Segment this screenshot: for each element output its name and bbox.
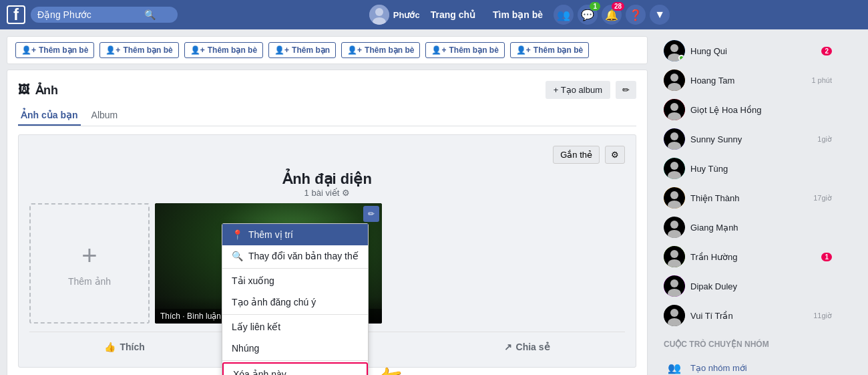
chat-name-9: Vui Tí Trần <box>690 311 808 321</box>
add-friend-btn-1[interactable]: 👤+ Thêm bạn bè <box>15 42 94 58</box>
ctx-get-link[interactable]: Lấy liên kết <box>222 316 368 338</box>
chat-avatar-3 <box>664 128 685 150</box>
help-icon-btn[interactable]: ❓ <box>626 5 646 25</box>
like-action-btn[interactable]: 👍 Thích <box>93 338 155 356</box>
chat-item-4[interactable]: Huy Tùng <box>661 154 835 183</box>
svg-point-10 <box>670 74 678 82</box>
svg-point-7 <box>670 44 678 52</box>
chat-item-8[interactable]: Dipak Duley <box>661 271 835 301</box>
nav-user[interactable]: Phước <box>369 5 420 25</box>
add-friend-icon-1: 👤+ <box>21 45 36 55</box>
chat-meta-5: 17giờ <box>813 194 832 203</box>
svg-point-28 <box>670 250 678 258</box>
ctx-download[interactable]: Tải xuống <box>222 270 368 291</box>
add-photo-plus-icon: + <box>81 241 97 271</box>
chat-name-1: Hoang Tam <box>690 76 806 86</box>
album-area: Gắn thẻ ⚙ Ảnh đại diện 1 bài viết ⚙ + Th… <box>18 134 636 368</box>
chat-avatar-1 <box>664 70 685 91</box>
photo-item: ✏ Thích · Bình luận 📍 Thêm vị trí 🔍 <box>155 203 382 324</box>
photo-edit-btn[interactable]: ✏ <box>363 206 379 222</box>
album-gear-icon[interactable]: ⚙ <box>342 188 350 198</box>
right-sidebar: Hung Qui2Hoang Tam1 phútGiọt Lệ Hoa Hồng… <box>654 29 841 375</box>
chat-badge-0: 2 <box>821 47 832 55</box>
search-bar[interactable]: 🔍 <box>31 7 178 23</box>
chat-item-3[interactable]: Sunny Sunny1giờ <box>661 124 835 154</box>
tab-your-photos[interactable]: Ảnh của bạn <box>18 106 81 126</box>
add-photo-placeholder[interactable]: + Thêm ảnh <box>29 203 150 324</box>
tag-btn[interactable]: Gắn thẻ <box>553 146 600 164</box>
chat-meta-9: 11giờ <box>813 311 832 320</box>
chat-name-3: Sunny Sunny <box>690 134 812 144</box>
album-title-area: Ảnh đại diện 1 bài viết ⚙ <box>29 170 625 198</box>
nav-home-link[interactable]: Trang chủ <box>424 9 482 20</box>
photo-section-title: 🖼 Ảnh <box>18 83 58 98</box>
chat-item-0[interactable]: Hung Qui2 <box>661 36 835 66</box>
photo-section-header: 🖼 Ảnh + Tạo album ✏ <box>18 81 636 99</box>
add-friend-btn-5[interactable]: 👤+ Thêm bạn bè <box>341 42 420 58</box>
ctx-change-alt-text[interactable]: 🔍 Thay đổi văn bản thay thế <box>222 245 368 267</box>
chat-item-7[interactable]: Trần Hường1 <box>661 242 835 271</box>
add-friend-icon-6: 👤+ <box>431 45 446 55</box>
add-friend-btn-3[interactable]: 👤+ Thêm bạn bè <box>184 42 263 58</box>
chat-avatar-7 <box>664 246 685 267</box>
chat-name-4: Huy Tùng <box>690 164 832 174</box>
svg-point-34 <box>670 309 678 317</box>
nav-avatar <box>369 5 389 25</box>
chat-meta-1: 1 phút <box>811 76 832 84</box>
friend-suggest-bar: 👤+ Thêm bạn bè 👤+ Thêm bạn bè 👤+ Thêm bạ… <box>7 36 648 64</box>
ctx-divider-1 <box>222 268 368 269</box>
chat-list: Hung Qui2Hoang Tam1 phútGiọt Lệ Hoa Hồng… <box>661 36 835 330</box>
ctx-delete-photo[interactable]: Xóa ảnh này 👉 <box>222 362 368 375</box>
ctx-create-attention[interactable]: Tạo ảnh đăng chú ý <box>222 291 368 313</box>
chat-item-9[interactable]: Vui Tí Trần11giờ <box>661 301 835 330</box>
facebook-logo: f <box>7 5 25 24</box>
add-friend-btn-7[interactable]: 👤+ Thêm bạn bè <box>510 42 589 58</box>
add-friend-icon-3: 👤+ <box>190 45 205 55</box>
share-action-btn[interactable]: ↗ Chia sẻ <box>493 338 561 356</box>
album-settings-btn[interactable]: ⚙ <box>605 146 625 164</box>
chat-item-1[interactable]: Hoang Tam1 phút <box>661 66 835 95</box>
ctx-divider-2 <box>222 314 368 315</box>
ctx-add-location[interactable]: 📍 Thêm vị trí <box>222 224 368 245</box>
friend-request-icon-btn[interactable]: 👥 <box>554 5 574 25</box>
messages-icon-btn[interactable]: 💬 1 <box>578 5 598 25</box>
create-album-btn[interactable]: + Tạo album <box>546 81 610 99</box>
group-section-header: CUỘC TRÒ CHUYỆN NHÓM <box>661 336 835 353</box>
svg-point-16 <box>670 132 678 140</box>
add-friend-btn-6[interactable]: 👤+ Thêm bạn bè <box>425 42 504 58</box>
cursor-arrow: 👉 <box>375 363 405 375</box>
chat-name-2: Giọt Lệ Hoa Hồng <box>690 105 832 115</box>
new-group-icon: 👥 <box>664 357 685 375</box>
tab-album[interactable]: Album <box>89 106 121 126</box>
chat-avatar-2 <box>664 99 685 120</box>
nav-find-friends-link[interactable]: Tìm bạn bè <box>486 9 550 20</box>
album-top-actions: Gắn thẻ ⚙ <box>29 146 625 164</box>
search-icon: 🔍 <box>144 9 156 20</box>
add-friend-btn-4[interactable]: 👤+ Thêm bạn <box>268 42 336 58</box>
chat-item-2[interactable]: Giọt Lệ Hoa Hồng <box>661 95 835 124</box>
add-friend-icon-7: 👤+ <box>516 45 531 55</box>
new-group-btn[interactable]: 👥 Tạo nhóm mới <box>661 353 835 375</box>
chat-name-7: Trần Hường <box>690 252 816 262</box>
dropdown-icon-btn[interactable]: ▼ <box>650 5 670 25</box>
chat-avatar-0 <box>664 40 685 61</box>
ctx-divider-3 <box>222 360 368 361</box>
messages-badge: 1 <box>590 2 600 11</box>
chat-name-0: Hung Qui <box>690 46 816 56</box>
chat-item-6[interactable]: Giang Mạnh <box>661 213 835 242</box>
new-group-label: Tạo nhóm mới <box>690 363 747 373</box>
main-content: 👤+ Thêm bạn bè 👤+ Thêm bạn bè 👤+ Thêm bạ… <box>0 29 654 375</box>
ctx-embed[interactable]: Nhúng <box>222 338 368 359</box>
svg-point-22 <box>670 191 678 199</box>
nav-username: Phước <box>393 10 420 20</box>
search-input[interactable] <box>37 9 144 20</box>
add-friend-btn-2[interactable]: 👤+ Thêm bạn bè <box>99 42 178 58</box>
svg-point-1 <box>375 8 383 16</box>
edit-photos-btn[interactable]: ✏ <box>616 81 636 99</box>
photo-section: 🖼 Ảnh + Tạo album ✏ Ảnh của bạn Album Gắ… <box>7 70 648 375</box>
notifications-icon-btn[interactable]: 🔔 28 <box>602 5 622 25</box>
album-title: Ảnh đại diện <box>29 170 625 188</box>
chat-item-5[interactable]: Thiện Thành17giờ <box>661 183 835 213</box>
location-icon: 📍 <box>232 229 243 240</box>
chat-avatar-4 <box>664 158 685 179</box>
